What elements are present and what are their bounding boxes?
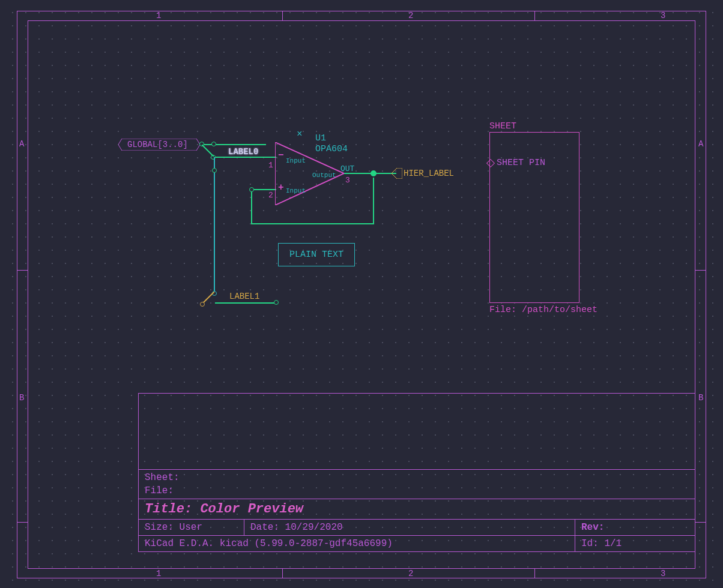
plain-text-box[interactable]: PLAIN TEXT [278,243,355,266]
pin-minus-sign: − [278,150,284,161]
ruler-tick [695,522,706,523]
ruler-top-3: 3 [661,11,665,20]
bus-entry-icon [202,145,214,157]
title-block-generator: KiCad E.D.A. kicad (5.99.0-2887-gdf45a66… [139,536,575,551]
plain-text-content: PLAIN TEXT [289,250,343,260]
wire-endpoint [249,187,254,192]
pin-name-output: Output [312,172,336,179]
ruler-right-A: A [698,139,703,149]
wire[interactable] [213,157,264,158]
ruler-top-1: 1 [156,11,161,20]
ruler-left-A: A [19,139,24,149]
component-value[interactable]: OPA604 [315,144,348,154]
sheet-pin-label[interactable]: SHEET PIN [497,158,545,168]
pin-number-2: 2 [268,191,273,200]
pin-plus-sign: + [278,182,284,193]
ruler-tick [534,569,535,578]
component-reference[interactable]: U1 [315,133,326,143]
wire-pin-stub[interactable] [263,189,276,190]
bus-entry-endpoint [200,302,205,307]
pin-number-1: 1 [268,161,273,170]
svg-marker-2 [392,168,402,179]
bus-wire-vertical[interactable] [214,157,215,292]
hier-label-text: HIER_LABEL [404,169,454,178]
title-block-id: Id: 1/1 [575,536,695,551]
global-label-text: GLOBAL[3..0] [127,140,188,149]
title-block-size: Size: User [139,520,244,535]
wire[interactable] [373,178,374,224]
bus-entry-icon [202,292,214,304]
title-block-sheet: Sheet: [139,470,186,485]
ruler-top-2: 2 [408,11,413,20]
ruler-bottom-1: 1 [156,569,161,578]
svg-line-1 [202,145,214,157]
wire-endpoint [274,300,279,305]
ruler-tick [534,11,535,20]
ruler-tick [695,270,706,271]
hier-label-shape-icon[interactable] [392,168,402,179]
pin-name-input-1: Input [286,157,306,164]
ruler-tick [282,569,283,578]
title-block-file: File: [139,485,180,499]
ruler-bottom-3: 3 [661,569,665,578]
sheet-name-label: SHEET [489,121,516,131]
ruler-left-B: B [19,393,24,403]
svg-line-4 [202,292,214,304]
sheet-file-label: File: /path/to/sheet [489,305,597,315]
ruler-right-B: B [698,393,703,403]
pin-name-input-2: Input [286,187,306,194]
net-label-0-highlight[interactable]: LABEL0 [228,147,258,157]
ruler-bottom-2: 2 [408,569,413,578]
wire-pin-stub[interactable] [263,157,276,158]
title-block: Sheet: File: Title: Color Preview Size: … [138,393,695,552]
pin-number-3: 3 [345,176,350,185]
wire[interactable] [215,302,275,304]
pin-out-label: OUT [340,164,354,173]
no-connect-icon: × [297,129,303,140]
wire[interactable] [251,190,252,224]
ruler-tick [282,11,283,20]
wire[interactable] [251,223,374,224]
title-block-date: Date: 10/29/2020 [244,520,575,535]
title-block-rev: Rev: [575,520,695,535]
net-label-1[interactable]: LABEL1 [229,292,259,301]
ruler-tick [17,522,28,523]
ruler-tick [17,270,28,271]
wire-junction [212,168,217,173]
title-block-title: Title: Color Preview [139,499,309,519]
junction-dot [371,170,377,176]
